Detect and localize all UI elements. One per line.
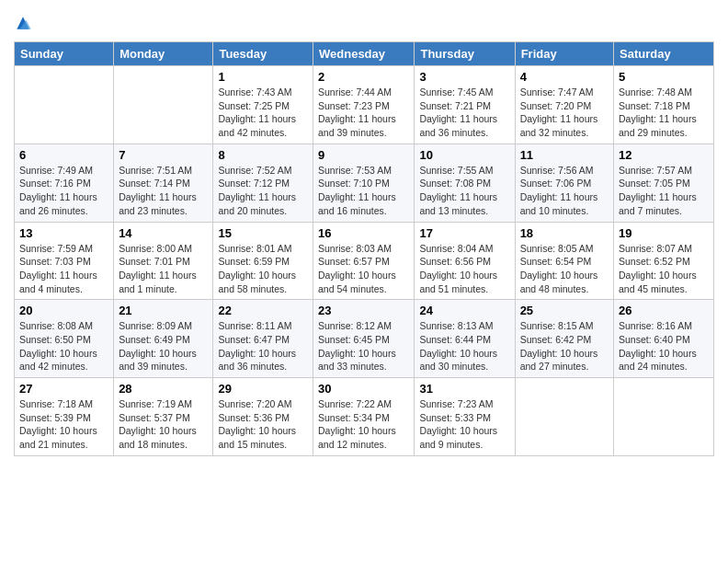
day-info: Sunrise: 8:08 AM Sunset: 6:50 PM Dayligh… [19, 319, 108, 373]
calendar-cell: 18Sunrise: 8:05 AM Sunset: 6:54 PM Dayli… [515, 222, 613, 300]
calendar-cell: 27Sunrise: 7:18 AM Sunset: 5:39 PM Dayli… [15, 378, 114, 456]
day-number: 17 [419, 226, 509, 240]
day-info: Sunrise: 7:52 AM Sunset: 7:12 PM Dayligh… [218, 164, 308, 218]
calendar-cell: 11Sunrise: 7:56 AM Sunset: 7:06 PM Dayli… [515, 144, 613, 222]
day-number: 11 [520, 148, 609, 162]
day-info: Sunrise: 8:04 AM Sunset: 6:56 PM Dayligh… [419, 242, 509, 296]
day-number: 13 [19, 226, 108, 240]
day-number: 8 [218, 148, 308, 162]
day-info: Sunrise: 7:47 AM Sunset: 7:20 PM Dayligh… [520, 86, 609, 140]
calendar-cell: 4Sunrise: 7:47 AM Sunset: 7:20 PM Daylig… [515, 66, 613, 144]
day-info: Sunrise: 7:51 AM Sunset: 7:14 PM Dayligh… [119, 164, 208, 218]
day-number: 1 [218, 70, 308, 84]
calendar-cell: 17Sunrise: 8:04 AM Sunset: 6:56 PM Dayli… [415, 222, 515, 300]
calendar-cell: 5Sunrise: 7:48 AM Sunset: 7:18 PM Daylig… [614, 66, 714, 144]
day-number: 18 [520, 226, 609, 240]
day-info: Sunrise: 8:03 AM Sunset: 6:57 PM Dayligh… [318, 242, 409, 296]
day-number: 9 [318, 148, 409, 162]
calendar-cell: 15Sunrise: 8:01 AM Sunset: 6:59 PM Dayli… [213, 222, 313, 300]
calendar-cell: 10Sunrise: 7:55 AM Sunset: 7:08 PM Dayli… [415, 144, 515, 222]
day-info: Sunrise: 8:09 AM Sunset: 6:49 PM Dayligh… [119, 319, 208, 373]
calendar-week-2: 6Sunrise: 7:49 AM Sunset: 7:16 PM Daylig… [15, 144, 714, 222]
day-info: Sunrise: 8:13 AM Sunset: 6:44 PM Dayligh… [419, 319, 509, 373]
calendar-cell: 9Sunrise: 7:53 AM Sunset: 7:10 PM Daylig… [313, 144, 415, 222]
day-number: 3 [419, 70, 509, 84]
calendar-cell: 2Sunrise: 7:44 AM Sunset: 7:23 PM Daylig… [313, 66, 415, 144]
day-info: Sunrise: 7:49 AM Sunset: 7:16 PM Dayligh… [19, 164, 108, 218]
calendar-week-1: 1Sunrise: 7:43 AM Sunset: 7:25 PM Daylig… [15, 66, 714, 144]
calendar-cell: 21Sunrise: 8:09 AM Sunset: 6:49 PM Dayli… [114, 300, 213, 378]
day-number: 27 [19, 382, 108, 396]
day-info: Sunrise: 7:44 AM Sunset: 7:23 PM Dayligh… [318, 86, 409, 140]
day-number: 5 [619, 70, 709, 84]
calendar-cell: 29Sunrise: 7:20 AM Sunset: 5:36 PM Dayli… [213, 378, 313, 456]
day-number: 14 [119, 226, 208, 240]
day-info: Sunrise: 8:15 AM Sunset: 6:42 PM Dayligh… [520, 319, 609, 373]
day-info: Sunrise: 8:07 AM Sunset: 6:52 PM Dayligh… [619, 242, 709, 296]
calendar-cell: 3Sunrise: 7:45 AM Sunset: 7:21 PM Daylig… [415, 66, 515, 144]
day-number: 24 [419, 304, 509, 317]
day-info: Sunrise: 7:43 AM Sunset: 7:25 PM Dayligh… [218, 86, 308, 140]
calendar-cell: 24Sunrise: 8:13 AM Sunset: 6:44 PM Dayli… [415, 300, 515, 378]
day-info: Sunrise: 7:18 AM Sunset: 5:39 PM Dayligh… [19, 397, 108, 452]
calendar-cell [114, 66, 213, 144]
day-info: Sunrise: 7:45 AM Sunset: 7:21 PM Dayligh… [419, 86, 509, 140]
day-number: 22 [218, 304, 308, 317]
header [14, 9, 714, 32]
calendar-cell: 26Sunrise: 8:16 AM Sunset: 6:40 PM Dayli… [614, 300, 714, 378]
calendar-cell: 20Sunrise: 8:08 AM Sunset: 6:50 PM Dayli… [15, 300, 114, 378]
day-number: 26 [619, 304, 709, 317]
weekday-header-row: SundayMondayTuesdayWednesdayThursdayFrid… [15, 42, 714, 66]
weekday-header-monday: Monday [114, 42, 213, 66]
day-number: 7 [119, 148, 208, 162]
calendar-cell: 22Sunrise: 8:11 AM Sunset: 6:47 PM Dayli… [213, 300, 313, 378]
day-info: Sunrise: 8:05 AM Sunset: 6:54 PM Dayligh… [520, 242, 609, 296]
day-number: 29 [218, 382, 308, 396]
weekday-header-tuesday: Tuesday [213, 42, 313, 66]
calendar-cell: 12Sunrise: 7:57 AM Sunset: 7:05 PM Dayli… [614, 144, 714, 222]
calendar-cell: 25Sunrise: 8:15 AM Sunset: 6:42 PM Dayli… [515, 300, 613, 378]
day-info: Sunrise: 7:56 AM Sunset: 7:06 PM Dayligh… [520, 164, 609, 218]
calendar-cell: 8Sunrise: 7:52 AM Sunset: 7:12 PM Daylig… [213, 144, 313, 222]
calendar-cell: 28Sunrise: 7:19 AM Sunset: 5:37 PM Dayli… [114, 378, 213, 456]
calendar-cell: 30Sunrise: 7:22 AM Sunset: 5:34 PM Dayli… [313, 378, 415, 456]
day-info: Sunrise: 7:59 AM Sunset: 7:03 PM Dayligh… [19, 242, 108, 296]
day-number: 23 [318, 304, 409, 317]
calendar-cell: 14Sunrise: 8:00 AM Sunset: 7:01 PM Dayli… [114, 222, 213, 300]
day-info: Sunrise: 7:23 AM Sunset: 5:33 PM Dayligh… [419, 397, 509, 452]
day-number: 30 [318, 382, 409, 396]
day-number: 19 [619, 226, 709, 240]
calendar-cell: 6Sunrise: 7:49 AM Sunset: 7:16 PM Daylig… [15, 144, 114, 222]
day-number: 31 [419, 382, 509, 396]
weekday-header-saturday: Saturday [614, 42, 714, 66]
day-info: Sunrise: 7:53 AM Sunset: 7:10 PM Dayligh… [318, 164, 409, 218]
day-number: 10 [419, 148, 509, 162]
day-info: Sunrise: 7:57 AM Sunset: 7:05 PM Dayligh… [619, 164, 709, 218]
calendar-cell: 23Sunrise: 8:12 AM Sunset: 6:45 PM Dayli… [313, 300, 415, 378]
calendar-cell: 16Sunrise: 8:03 AM Sunset: 6:57 PM Dayli… [313, 222, 415, 300]
day-info: Sunrise: 7:55 AM Sunset: 7:08 PM Dayligh… [419, 164, 509, 218]
logo-icon [14, 14, 32, 32]
calendar-week-4: 20Sunrise: 8:08 AM Sunset: 6:50 PM Dayli… [15, 300, 714, 378]
calendar-cell: 7Sunrise: 7:51 AM Sunset: 7:14 PM Daylig… [114, 144, 213, 222]
calendar-cell [614, 378, 714, 456]
weekday-header-wednesday: Wednesday [313, 42, 415, 66]
day-number: 2 [318, 70, 409, 84]
day-info: Sunrise: 7:48 AM Sunset: 7:18 PM Dayligh… [619, 86, 709, 140]
day-number: 28 [119, 382, 208, 396]
weekday-header-thursday: Thursday [415, 42, 515, 66]
day-info: Sunrise: 8:01 AM Sunset: 6:59 PM Dayligh… [218, 242, 308, 296]
day-number: 16 [318, 226, 409, 240]
day-number: 25 [520, 304, 609, 317]
weekday-header-friday: Friday [515, 42, 613, 66]
day-info: Sunrise: 7:19 AM Sunset: 5:37 PM Dayligh… [119, 397, 208, 452]
calendar-cell: 19Sunrise: 8:07 AM Sunset: 6:52 PM Dayli… [614, 222, 714, 300]
day-number: 20 [19, 304, 108, 317]
logo [14, 14, 34, 32]
day-info: Sunrise: 8:11 AM Sunset: 6:47 PM Dayligh… [218, 319, 308, 373]
day-number: 6 [19, 148, 108, 162]
day-info: Sunrise: 7:22 AM Sunset: 5:34 PM Dayligh… [318, 397, 409, 452]
calendar-cell: 1Sunrise: 7:43 AM Sunset: 7:25 PM Daylig… [213, 66, 313, 144]
day-info: Sunrise: 8:16 AM Sunset: 6:40 PM Dayligh… [619, 319, 709, 373]
main-container: SundayMondayTuesdayWednesdayThursdayFrid… [0, 0, 728, 470]
